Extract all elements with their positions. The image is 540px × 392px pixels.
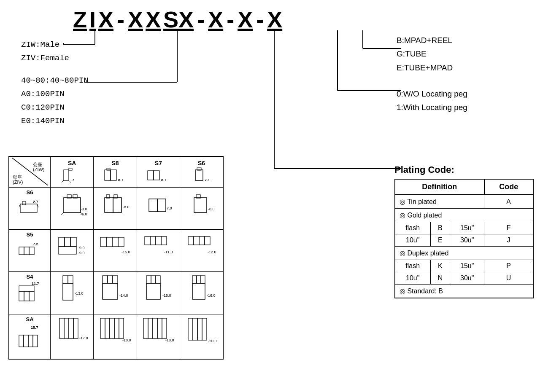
- svg-text:7.2: 7.2: [33, 242, 38, 246]
- cell-s5-s6: -12.0: [180, 230, 223, 272]
- svg-rect-128: [197, 318, 202, 340]
- svg-rect-29: [195, 170, 203, 180]
- svg-rect-112: [73, 318, 78, 338]
- conn-s5-sa: -9.0 -9.0: [55, 232, 89, 268]
- svg-rect-105: [24, 335, 28, 347]
- svg-rect-120: [143, 318, 148, 338]
- svg-text:-6.0: -6.0: [81, 212, 87, 216]
- conn-s4-s6: -16.0: [185, 274, 219, 311]
- no-peg-label: 0:W/O Locating peg: [397, 87, 532, 101]
- duplex-flash-label: flash: [395, 260, 430, 272]
- svg-text:(ZIV): (ZIV): [13, 180, 23, 185]
- sa-header-diagram: 7: [57, 166, 87, 183]
- connector-table: 公座 (ZIW) 母座 (ZIV) SA 7: [8, 156, 224, 360]
- connector-s6-s6: -8.0: [185, 191, 219, 225]
- svg-rect-37: [64, 198, 81, 212]
- svg-text:11.7: 11.7: [32, 282, 39, 286]
- code-x3: X: [238, 6, 253, 32]
- tin-plated-code: A: [484, 195, 533, 209]
- svg-rect-96: [156, 276, 160, 283]
- svg-line-40: [61, 212, 64, 215]
- svg-rect-72: [156, 236, 161, 245]
- svg-rect-111: [69, 318, 73, 338]
- svg-rect-73: [161, 236, 167, 245]
- svg-rect-102: [192, 283, 205, 299]
- row-sa-diagram: 15.7: [18, 322, 41, 350]
- conn-s4-sa: -13.0: [55, 274, 89, 311]
- svg-text:(ZIW): (ZIW): [33, 167, 44, 172]
- gold-15u-label: 15u": [450, 222, 484, 234]
- code-xx2: X: [146, 6, 161, 32]
- connector-s6-s7: 7.0: [141, 191, 175, 225]
- svg-rect-100: [197, 276, 201, 283]
- svg-rect-80: [19, 292, 24, 301]
- svg-rect-75: [188, 236, 194, 245]
- left-annotations: ZIW:Male ZIV:Female 40~80:40~80PIN A0:10…: [21, 38, 89, 128]
- conn-sa-s6: -20.0: [185, 316, 219, 356]
- diagonal-svg: 公座 (ZIW) 母座 (ZIV): [12, 158, 48, 185]
- connector-s6-sa: -3.0 -6.0: [55, 191, 89, 225]
- svg-rect-52: [194, 198, 207, 212]
- cell-s6-s7: 7.0: [137, 188, 180, 230]
- svg-rect-70: [145, 236, 150, 245]
- svg-rect-71: [150, 236, 156, 245]
- diagonal-header-cell: 公座 (ZIW) 母座 (ZIV): [9, 156, 51, 188]
- cell-s4-s7: -15.0: [137, 272, 180, 314]
- code-display: Z I X - X X SX - X - X - X: [72, 6, 371, 32]
- with-peg-label: 1:With Locating peg: [397, 101, 532, 114]
- code-sx: SX: [163, 6, 194, 32]
- svg-text:母座: 母座: [13, 175, 22, 180]
- duplex-10u-row: 10u" N 30u" U: [395, 272, 533, 285]
- svg-text:-8.0: -8.0: [123, 205, 130, 209]
- plating-table: Definition Code ◎ Tin plated A ◎ Gold pl…: [394, 179, 534, 298]
- col-header-s6: S6 7.1: [180, 156, 223, 188]
- cell-s4-sa: -13.0: [51, 272, 94, 314]
- cell-sa-s6: -20.0: [180, 314, 223, 360]
- tin-plated-row: ◎ Tin plated A: [395, 195, 533, 209]
- svg-rect-49: [149, 199, 157, 212]
- svg-rect-65: [100, 237, 106, 247]
- cell-s5-sa: -9.0 -9.0: [51, 230, 94, 272]
- svg-rect-90: [108, 276, 113, 283]
- cell-s6-s8: -8.0: [94, 188, 137, 230]
- code-dash3: -: [227, 6, 234, 32]
- svg-text:-9.0: -9.0: [78, 251, 85, 255]
- svg-rect-121: [148, 318, 153, 338]
- svg-rect-95: [151, 276, 156, 283]
- row-label-s5: S5 7.2: [9, 230, 51, 272]
- pin40-label: 40~80:40~80PIN: [21, 74, 89, 87]
- pin100-label: A0:100PIN: [21, 87, 89, 101]
- gold-flash-row: flash B 15u" F: [395, 222, 533, 234]
- conn-s4-s8: -14.0: [98, 274, 132, 311]
- svg-rect-33: [22, 201, 26, 205]
- svg-rect-27: [154, 171, 159, 180]
- row-s5-diagram: 7.2: [18, 238, 41, 261]
- row-label-s4: S4 11.7: [9, 272, 51, 314]
- svg-text:8.7: 8.7: [161, 178, 167, 182]
- svg-rect-81: [24, 292, 29, 301]
- tin-plated-label: ◎ Tin plated: [395, 195, 484, 209]
- code-i: I: [89, 6, 96, 32]
- svg-text:-11.0: -11.0: [164, 250, 173, 254]
- svg-rect-22: [105, 170, 111, 180]
- svg-rect-107: [33, 335, 38, 347]
- svg-text:-16.0: -16.0: [207, 293, 216, 298]
- svg-rect-62: [59, 247, 76, 254]
- s6-header-diagram: 7.1: [187, 166, 216, 183]
- cell-s4-s8: -14.0: [94, 272, 137, 314]
- svg-line-20: [69, 180, 71, 183]
- plating-def-header: Definition: [395, 179, 484, 195]
- svg-text:7.1: 7.1: [205, 178, 210, 182]
- svg-rect-91: [113, 276, 118, 283]
- plating-code-header: Code: [484, 179, 533, 195]
- svg-rect-57: [29, 247, 34, 255]
- ziw-label: ZIW:Male: [21, 38, 89, 51]
- code-dash1: -: [117, 6, 124, 32]
- row-s6-label-diagram: 2.7: [18, 196, 41, 219]
- code-x2: X: [208, 6, 223, 32]
- pin140-label: E0:140PIN: [21, 114, 89, 128]
- svg-rect-26: [148, 171, 154, 180]
- svg-rect-32: [20, 204, 37, 212]
- tube-label: G:TUBE: [397, 47, 532, 61]
- packaging-group: B:MPAD+REEL G:TUBE E:TUBE+MPAD: [397, 34, 532, 75]
